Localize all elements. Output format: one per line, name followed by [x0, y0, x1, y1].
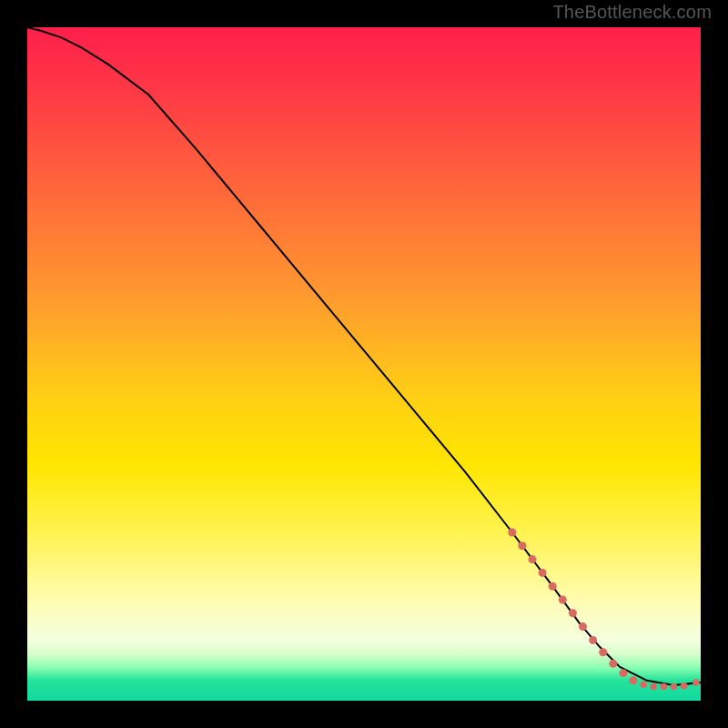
data-point [569, 609, 577, 617]
curve-line [27, 27, 701, 685]
chart-container: TheBottleneck.com [0, 0, 728, 728]
data-point [508, 529, 516, 537]
data-point [549, 582, 557, 591]
data-point [681, 682, 688, 690]
data-point [529, 555, 537, 563]
data-point [619, 669, 627, 677]
data-point [589, 636, 597, 644]
marker-group [508, 529, 699, 691]
plot-area [27, 27, 701, 701]
attribution-text: TheBottleneck.com [552, 2, 712, 23]
data-point [609, 660, 617, 668]
data-point [579, 622, 587, 631]
data-point [671, 683, 678, 691]
data-point [630, 676, 638, 684]
data-point [661, 683, 668, 691]
data-point [640, 681, 647, 688]
data-point [539, 569, 547, 577]
data-point [650, 683, 657, 691]
data-point [599, 648, 607, 656]
data-point [518, 541, 526, 550]
chart-svg [27, 27, 701, 701]
data-point [559, 596, 567, 604]
data-point [693, 679, 700, 686]
